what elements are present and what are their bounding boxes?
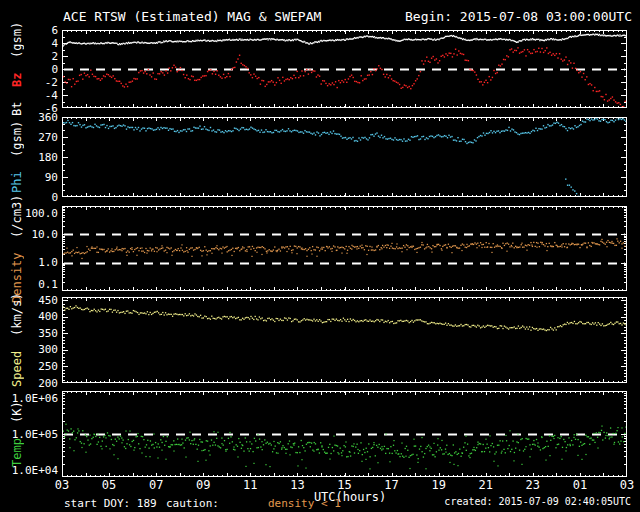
x-tick-label: 19	[424, 478, 454, 492]
panel-density: 100.010.01.00.1Density (/cm3)	[62, 206, 627, 291]
phi-chart-canvas	[62, 117, 627, 197]
y-axis-label: Temp (K)	[9, 391, 25, 477]
x-tick-label: 01	[565, 478, 595, 492]
footer-start-doy: start DOY: 189	[64, 497, 157, 510]
speed-chart-canvas	[62, 297, 627, 383]
bt-bz-chart-canvas	[62, 30, 627, 108]
y-axis-label: Speed (km/s)	[9, 297, 25, 383]
y-axis-label-part: (km/s)	[10, 293, 24, 336]
y-axis-label-part: (gsm)	[10, 121, 24, 157]
plot-title: ACE RTSW (Estimated) MAG & SWEPAM	[63, 9, 321, 24]
x-tick-label: 23	[518, 478, 548, 492]
y-axis-label: Phi (gsm)	[9, 117, 25, 197]
x-tick-label: 09	[188, 478, 218, 492]
y-axis-label-part: Bz	[10, 73, 24, 87]
y-axis-label-part: (/cm3)	[10, 194, 24, 237]
panel-temp: 1.0E+061.0E+051.0E+04Temp (K)	[62, 391, 627, 477]
y-axis-label-part: Phi	[10, 171, 24, 193]
x-tick-label: 11	[235, 478, 265, 492]
panel-phi: 360270180900Phi (gsm)	[62, 117, 627, 197]
x-tick-label: 21	[471, 478, 501, 492]
y-axis-label: Bt Bz (gsm)	[9, 30, 25, 108]
footer-caution-value: density < 1	[268, 497, 341, 510]
x-tick-label: 03	[612, 478, 640, 492]
footer-caution-label: caution:	[166, 497, 219, 510]
x-tick-label: 07	[141, 478, 171, 492]
temp-chart-canvas	[62, 391, 627, 477]
ace-rtsw-plot: ACE RTSW (Estimated) MAG & SWEPAM Begin:…	[0, 0, 640, 512]
y-axis-label-part: (K)	[10, 401, 24, 423]
panel-speed: 450400350300250200Speed (km/s)	[62, 297, 627, 383]
x-tick-label: 03	[47, 478, 77, 492]
x-tick-label: 05	[94, 478, 124, 492]
y-axis-label-part: Speed	[10, 351, 24, 387]
footer-created-timestamp: created: 2015-07-09 02:40:05UTC	[444, 496, 631, 507]
begin-timestamp: Begin: 2015-07-08 03:00:00UTC	[405, 9, 632, 24]
y-axis-label-part: (gsm)	[10, 22, 24, 58]
density-chart-canvas	[62, 206, 627, 291]
y-axis-label: Density (/cm3)	[9, 206, 25, 291]
panel-bt-bz: 6420-2-4-6Bt Bz (gsm)	[62, 30, 627, 108]
y-axis-label-part: Temp	[10, 438, 24, 467]
